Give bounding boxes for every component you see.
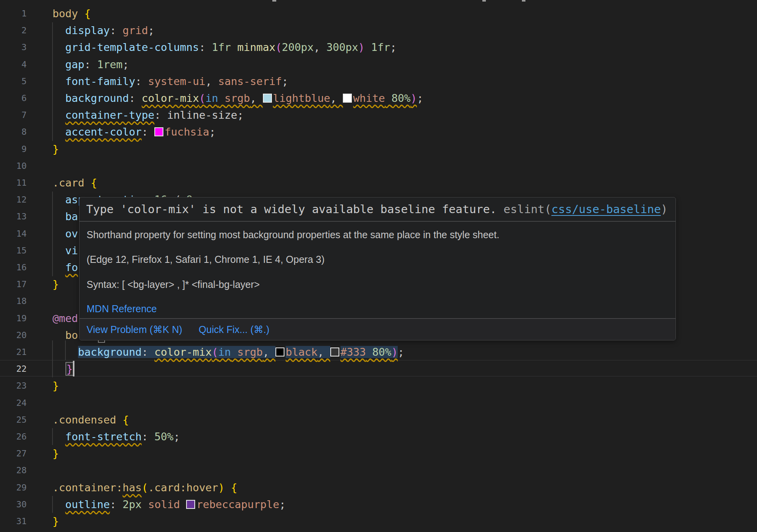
- color-swatch[interactable]: [275, 347, 284, 356]
- code-token: (: [212, 346, 218, 358]
- line-number: 1: [0, 5, 27, 22]
- code-token: grid: [123, 24, 148, 36]
- code-token: }: [53, 278, 59, 290]
- code-token: font-family: [65, 75, 136, 87]
- color-swatch[interactable]: [263, 94, 272, 103]
- code-text: background: color-mix(in srgb, black, #3…: [53, 344, 404, 361]
- clipped-text-mark: [522, 0, 525, 2]
- code-line-24[interactable]: 24: [0, 394, 757, 412]
- code-line-27[interactable]: 27}: [0, 445, 757, 462]
- line-number: 16: [0, 259, 27, 276]
- code-token: ;: [398, 346, 404, 358]
- eslint-rule-link[interactable]: css/use-baseline: [551, 203, 661, 216]
- line-number: 19: [0, 310, 27, 327]
- code-token: grid-template-columns: [65, 41, 199, 53]
- code-line-6[interactable]: 6 background: color-mix(in srgb, lightbl…: [0, 90, 757, 107]
- indent-guide: [52, 340, 53, 377]
- code-token: bo: [65, 329, 78, 341]
- color-swatch[interactable]: [343, 94, 352, 103]
- diagnostic-source-prefix: eslint(: [503, 203, 551, 216]
- mdn-reference-link[interactable]: MDN Reference: [87, 303, 157, 315]
- code-line-1[interactable]: 1body {: [0, 5, 757, 22]
- code-token: srgb: [225, 92, 250, 104]
- line-number: 9: [0, 141, 27, 158]
- indent-guide: [52, 22, 53, 141]
- code-token: ): [411, 92, 417, 104]
- code-text: fo: [53, 259, 78, 276]
- line-number: 6: [0, 90, 27, 107]
- code-token: [231, 346, 237, 358]
- code-line-5[interactable]: 5 font-family: system-ui, sans-serif;: [0, 73, 757, 90]
- hover-tooltip: Type 'color-mix' is not a widely availab…: [79, 197, 676, 340]
- code-token: display: [65, 24, 110, 36]
- code-text: font-family: system-ui, sans-serif;: [53, 73, 288, 90]
- code-token: }: [53, 447, 59, 460]
- color-swatch[interactable]: [186, 500, 195, 509]
- clipped-text-mark: [272, 0, 276, 2]
- code-token: srgb: [237, 346, 263, 358]
- code-token: :: [154, 109, 167, 121]
- code-token: {: [84, 7, 91, 20]
- code-token: [180, 498, 186, 510]
- code-line-2[interactable]: 2 display: grid;: [0, 22, 757, 39]
- browser-support: (Edge 12, Firefox 1, Safari 1, Chrome 1,…: [87, 253, 324, 265]
- code-token: [53, 194, 65, 206]
- code-text: .container:has(.card:hover) {: [53, 479, 237, 496]
- code-line-22[interactable]: 22 }: [0, 360, 757, 378]
- code-line-28[interactable]: 28: [0, 462, 757, 479]
- code-token: ov: [65, 228, 78, 240]
- code-line-25[interactable]: 25.condensed {: [0, 411, 757, 429]
- code-token: [53, 228, 65, 240]
- code-token: 200px: [282, 41, 313, 53]
- code-token: [53, 24, 65, 36]
- code-token: background: [65, 92, 129, 104]
- code-line-9[interactable]: 9}: [0, 141, 757, 158]
- code-text: gap: 1rem;: [53, 56, 129, 73]
- line-number: 25: [0, 411, 27, 429]
- code-token: [53, 431, 65, 443]
- code-line-21[interactable]: 21 background: color-mix(in srgb, black,…: [0, 344, 757, 361]
- code-text: vi: [53, 242, 78, 259]
- code-token: [53, 210, 65, 223]
- code-token: :: [142, 126, 155, 138]
- code-line-4[interactable]: 4 gap: 1rem;: [0, 56, 757, 73]
- code-token: [53, 329, 65, 341]
- code-line-29[interactable]: 29.container:has(.card:hover) {: [0, 479, 757, 496]
- line-number: 29: [0, 479, 27, 496]
- code-line-26[interactable]: 26 font-stretch: 50%;: [0, 428, 757, 445]
- code-token: system-ui: [148, 75, 205, 87]
- code-token: ;: [390, 41, 397, 53]
- code-token: minmax: [237, 41, 275, 53]
- line-number: 7: [0, 107, 27, 124]
- code-line-11[interactable]: 11.card {: [0, 174, 757, 192]
- diagnostic-message: Type 'color-mix' is not a widely availab…: [80, 197, 676, 221]
- code-token: ba: [65, 210, 78, 223]
- color-swatch[interactable]: [154, 127, 163, 136]
- code-token: 300px: [326, 41, 358, 53]
- code-token: container-type: [65, 109, 155, 121]
- line-number: 21: [0, 344, 27, 361]
- code-token: [53, 58, 65, 71]
- code-line-3[interactable]: 3 grid-template-columns: 1fr minmax(200p…: [0, 39, 757, 56]
- color-swatch[interactable]: [330, 347, 339, 356]
- code-token: color-mix: [154, 346, 212, 358]
- quick-fix-button[interactable]: Quick Fix... (⌘.): [199, 324, 270, 335]
- code-text: @med: [53, 310, 78, 327]
- code-line-8[interactable]: 8 accent-color: fuchsia;: [0, 123, 757, 141]
- code-line-30[interactable]: 30 outline: 2px solid rebeccapurple;: [0, 496, 757, 513]
- code-line-10[interactable]: 10: [0, 157, 757, 175]
- code-token: accent-color: [65, 126, 142, 138]
- code-line-31[interactable]: 31}: [0, 513, 757, 530]
- code-text: }: [53, 513, 59, 530]
- code-token: white: [353, 92, 385, 104]
- code-token: ;: [209, 126, 216, 138]
- code-line-23[interactable]: 23}: [0, 377, 757, 394]
- line-number: 11: [0, 174, 27, 192]
- view-problem-button[interactable]: View Problem (⌘K N): [87, 324, 182, 335]
- code-line-7[interactable]: 7 container-type: inline-size;: [0, 107, 757, 124]
- tooltip-divider: [80, 221, 676, 222]
- code-token: ): [218, 481, 225, 494]
- code-token: [53, 126, 65, 138]
- code-token: :: [84, 58, 97, 71]
- code-token: [142, 498, 148, 510]
